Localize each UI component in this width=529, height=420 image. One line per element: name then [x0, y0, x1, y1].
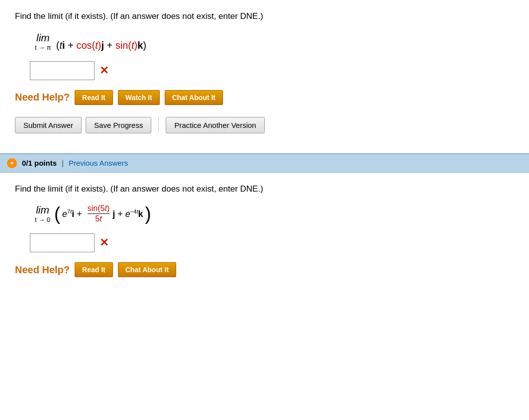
answer-input-1[interactable] — [30, 61, 95, 80]
previous-answers-link[interactable]: Previous Answers — [69, 159, 128, 167]
formula1: lim t → π (ti + cos(t)j + sin(t)k) — [35, 32, 514, 51]
chat-about-it-button-2[interactable]: Chat About It — [118, 262, 176, 277]
save-progress-button[interactable]: Save Progress — [86, 117, 151, 133]
need-help-label-2: Need Help? — [15, 264, 70, 276]
watch-it-button-1[interactable]: Watch It — [118, 90, 160, 105]
need-help-row-1: Need Help? Read It Watch It Chat About I… — [15, 90, 514, 105]
incorrect-mark-2: ✕ — [100, 236, 108, 249]
formula2: lim t → 0 ( e7ti + sin(5t) 5t j + e−4tk … — [35, 204, 514, 223]
lim-subscript2: t → 0 — [35, 216, 50, 223]
incorrect-mark-1: ✕ — [100, 64, 108, 77]
formula1-content: (ti + cos(t)j + sin(t)k) — [56, 40, 146, 51]
read-it-button-2[interactable]: Read It — [75, 262, 113, 277]
points-bar: + 0/1 points | Previous Answers — [0, 153, 529, 173]
answer-row-2: ✕ — [30, 233, 514, 252]
need-help-label-1: Need Help? — [15, 92, 70, 103]
open-paren: ( — [54, 205, 60, 223]
action-row: Submit Answer Save Progress Practice Ano… — [15, 117, 514, 143]
action-divider — [158, 117, 159, 133]
formula2-j: j + e−4tk — [112, 209, 143, 219]
submit-answer-button[interactable]: Submit Answer — [15, 117, 82, 133]
answer-row-1: ✕ — [30, 61, 514, 80]
problem2-instruction: Find the limit (if it exists). (If an an… — [15, 183, 514, 196]
fraction-block: sin(5t) 5t — [87, 204, 110, 223]
points-text: 0/1 points — [22, 159, 57, 167]
read-it-button-1[interactable]: Read It — [75, 90, 113, 105]
chat-about-it-button-1[interactable]: Chat About It — [165, 90, 223, 105]
need-help-row-2: Need Help? Read It Chat About It — [15, 262, 514, 277]
problem1-instruction: Find the limit (if it exists). (If an an… — [15, 10, 514, 23]
points-circle: + — [7, 158, 17, 168]
lim-subscript1: t → π — [35, 44, 51, 51]
formula2-content: e7ti + — [62, 209, 85, 219]
points-divider: | — [62, 159, 64, 167]
lim-label2: lim — [36, 204, 49, 216]
lim-label1: lim — [36, 32, 50, 44]
answer-input-2[interactable] — [30, 233, 95, 252]
practice-another-button[interactable]: Practice Another Version — [166, 117, 264, 133]
close-paren: ) — [145, 205, 151, 223]
